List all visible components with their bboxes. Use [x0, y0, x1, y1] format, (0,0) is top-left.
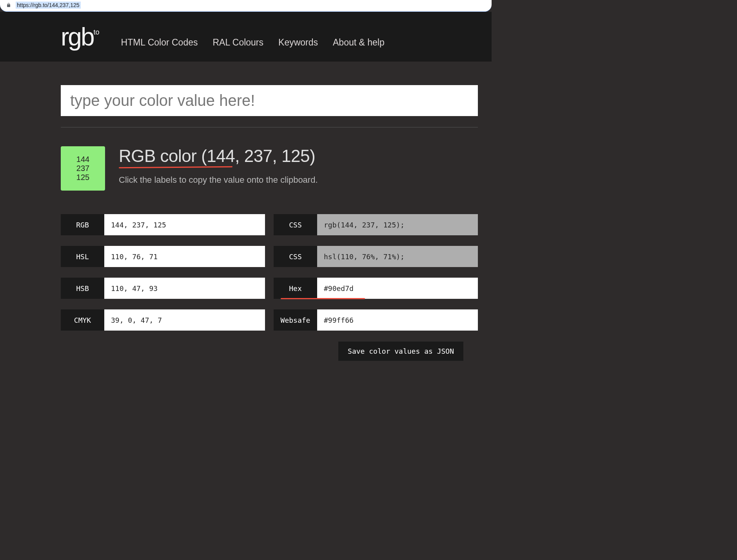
logo-sup: to: [94, 28, 100, 36]
value-label[interactable]: Hex: [274, 278, 317, 299]
value-label[interactable]: RGB: [61, 214, 104, 235]
nav-about-help[interactable]: About & help: [333, 37, 385, 48]
url-text[interactable]: https://rgb.to/144,237,125: [16, 2, 81, 9]
value-box[interactable]: 110, 47, 93: [104, 278, 265, 299]
swatch-g: 237: [76, 164, 89, 173]
value-chip-css-rgb: CSS rgb(144, 237, 125);: [274, 214, 478, 235]
page-subtitle: Click the labels to copy the value onto …: [119, 175, 318, 185]
value-label[interactable]: CSS: [274, 246, 317, 267]
nav-ral-colours[interactable]: RAL Colours: [213, 37, 264, 48]
value-chip-hsb: HSB 110, 47, 93: [61, 278, 265, 299]
color-values-grid: RGB 144, 237, 125 CSS rgb(144, 237, 125)…: [61, 214, 468, 331]
url-bar: https://rgb.to/144,237,125: [0, 0, 492, 12]
value-chip-websafe: Websafe #99ff66: [274, 309, 478, 331]
save-json-button[interactable]: Save color values as JSON: [338, 342, 463, 361]
value-chip-hsl: HSL 110, 76, 71: [61, 246, 265, 267]
annotation-underline-icon: [119, 166, 232, 169]
value-box[interactable]: hsl(110, 76%, 71%);: [317, 246, 478, 267]
value-box[interactable]: #99ff66: [317, 309, 478, 331]
nav-html-color-codes[interactable]: HTML Color Codes: [121, 37, 198, 48]
lock-icon: [6, 2, 11, 8]
swatch-b: 125: [76, 173, 89, 182]
value-label[interactable]: CSS: [274, 214, 317, 235]
value-chip-rgb: RGB 144, 237, 125: [61, 214, 265, 235]
value-label[interactable]: CMYK: [61, 309, 104, 331]
value-chip-cmyk: CMYK 39, 0, 47, 7: [61, 309, 265, 331]
annotation-underline-icon: [281, 298, 365, 299]
value-box[interactable]: 110, 76, 71: [104, 246, 265, 267]
value-label[interactable]: Websafe: [274, 309, 317, 331]
value-chip-css-hsl: CSS hsl(110, 76%, 71%);: [274, 246, 478, 267]
value-chip-hex: Hex #90ed7d: [274, 278, 478, 299]
main-content: 144 237 125 RGB color (144, 237, 125) Cl…: [0, 62, 482, 331]
divider: [61, 127, 478, 127]
value-label[interactable]: HSB: [61, 278, 104, 299]
value-label[interactable]: HSL: [61, 246, 104, 267]
value-box[interactable]: 144, 237, 125: [104, 214, 265, 235]
nav-keywords[interactable]: Keywords: [278, 37, 318, 48]
site-header: rgbto HTML Color Codes RAL Colours Keywo…: [0, 12, 492, 62]
value-box[interactable]: 39, 0, 47, 7: [104, 309, 265, 331]
color-search-input[interactable]: [61, 85, 478, 116]
value-box[interactable]: rgb(144, 237, 125);: [317, 214, 478, 235]
main-nav: HTML Color Codes RAL Colours Keywords Ab…: [121, 37, 385, 48]
color-swatch: 144 237 125: [61, 146, 105, 191]
value-box[interactable]: #90ed7d: [317, 278, 478, 299]
swatch-r: 144: [76, 155, 89, 164]
logo-main: rgb: [61, 23, 94, 51]
site-logo[interactable]: rgbto: [61, 22, 100, 51]
page-title: RGB color (144, 237, 125): [119, 146, 318, 166]
